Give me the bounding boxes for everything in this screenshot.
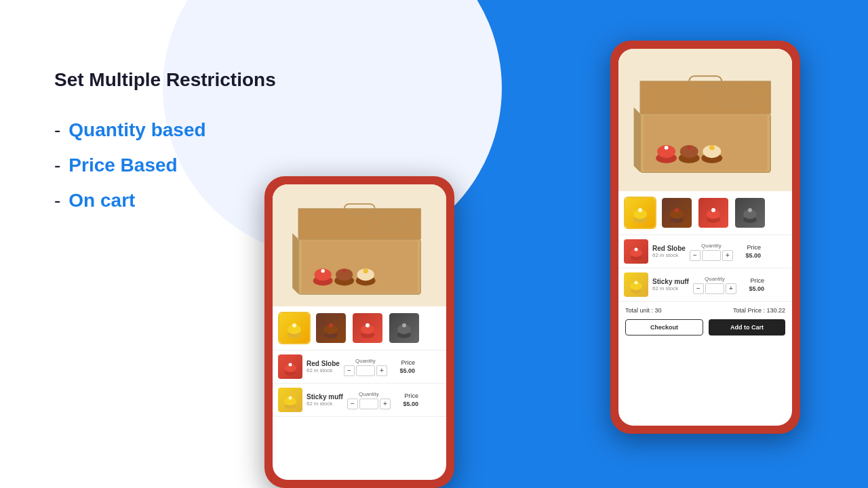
- action-row-large: Checkout Add to Cart: [625, 319, 785, 336]
- product-image-area-large: [618, 49, 792, 191]
- feature-item-cart: - On cart: [54, 190, 276, 211]
- thumb-3-large[interactable]: [697, 197, 730, 229]
- svg-point-95: [635, 281, 638, 285]
- phone-large-inner: Red Slobe 62 in stock Quantity − + Price…: [618, 49, 792, 426]
- product-info-2-large: Sticky muff 62 in stock: [652, 278, 689, 291]
- product-image-area-small: [273, 184, 446, 306]
- svg-point-47: [289, 396, 292, 400]
- product-info-2-small: Sticky muff 62 in stock: [307, 393, 343, 407]
- box-svg-small: [281, 190, 437, 300]
- product-thumb-1-small: [278, 354, 302, 379]
- price-col-1-small: Price $5.00: [391, 359, 415, 374]
- product-stock-1-large: 62 in stock: [652, 252, 686, 258]
- qty-input-2-large[interactable]: [705, 283, 724, 294]
- phone-large: Red Slobe 62 in stock Quantity − + Price…: [610, 41, 800, 434]
- qty-control-2-large: − +: [693, 283, 736, 294]
- product-info-1-small: Red Slobe 62 in stock: [307, 360, 340, 373]
- thumb-1-large[interactable]: [624, 197, 656, 229]
- product-name-1-large: Red Slobe: [652, 245, 686, 252]
- qty-input-1-small[interactable]: [356, 365, 375, 376]
- svg-point-91: [635, 248, 638, 251]
- price-val-1-small: $5.00: [399, 367, 415, 374]
- product-thumb-2-small: [278, 388, 302, 412]
- product-stock-1-small: 62 in stock: [307, 367, 340, 373]
- left-panel: Set Multiple Restrictions - Quantity bas…: [54, 68, 276, 225]
- feature-list: - Quantity based - Price Based - On cart: [54, 119, 276, 211]
- qty-input-2-small[interactable]: [359, 399, 378, 409]
- product-row-1-small: Red Slobe 62 in stock Quantity − + Price…: [273, 350, 446, 384]
- qty-minus-1-small[interactable]: −: [344, 365, 355, 376]
- dash-quantity: -: [54, 119, 60, 141]
- svg-point-39: [402, 323, 406, 327]
- svg-point-71: [709, 144, 715, 150]
- svg-point-63: [665, 145, 669, 149]
- qty-plus-1-large[interactable]: +: [722, 250, 733, 261]
- qty-col-2-small: Quantity − +: [347, 391, 391, 409]
- feature-label-price: Price Based: [68, 155, 177, 176]
- price-col-1-large: Price $5.00: [737, 244, 761, 259]
- price-val-2-large: $5.00: [749, 285, 764, 292]
- qty-control-2-small: − +: [347, 399, 391, 409]
- product-thumb-2-large: [624, 272, 648, 297]
- svg-point-31: [329, 323, 333, 327]
- qty-plus-1-small[interactable]: +: [376, 365, 387, 376]
- svg-point-23: [363, 268, 368, 273]
- qty-col-1-large: Quantity − +: [690, 243, 733, 261]
- phone-small-inner: Red Slobe 62 in stock Quantity − + Price…: [273, 184, 446, 480]
- qty-minus-2-large[interactable]: −: [693, 283, 704, 294]
- price-label-1-large: Price: [737, 244, 761, 251]
- svg-point-35: [366, 323, 370, 327]
- thumb-4-large[interactable]: [734, 197, 766, 229]
- qty-input-1-large[interactable]: [702, 250, 721, 261]
- product-name-2-large: Sticky muff: [652, 278, 689, 285]
- product-thumb-1-large: [624, 239, 648, 264]
- price-col-2-small: Price $5.00: [395, 392, 418, 407]
- phone-small: Red Slobe 62 in stock Quantity − + Price…: [264, 176, 454, 488]
- svg-point-87: [748, 208, 752, 212]
- thumb-2-small[interactable]: [315, 312, 347, 344]
- price-label-1-small: Price: [391, 359, 415, 366]
- qty-col-1-small: Quantity − +: [344, 358, 387, 376]
- product-row-1-large: Red Slobe 62 in stock Quantity − + Price…: [618, 235, 792, 268]
- qty-label-1-large: Quantity: [701, 243, 722, 249]
- thumb-1-small[interactable]: [278, 312, 311, 344]
- dash-cart: -: [54, 190, 60, 211]
- product-row-2-small: Sticky muff 62 in stock Quantity − + Pri…: [273, 384, 446, 417]
- page-title: Set Multiple Restrictions: [54, 68, 276, 92]
- total-unit-label: Total unit : 30: [625, 307, 662, 314]
- checkout-button[interactable]: Checkout: [625, 319, 703, 336]
- feature-item-price: - Price Based: [54, 155, 276, 176]
- qty-minus-1-large[interactable]: −: [690, 250, 701, 261]
- product-stock-2-large: 62 in stock: [652, 285, 689, 291]
- thumbnail-row-small: [273, 306, 446, 350]
- total-price-label: Total Price : 130.22: [733, 307, 785, 314]
- dash-price: -: [54, 155, 60, 176]
- feature-item-quantity: - Quantity based: [54, 119, 276, 141]
- thumb-2-large[interactable]: [660, 197, 693, 229]
- feature-label-quantity: Quantity based: [68, 119, 205, 141]
- qty-col-2-large: Quantity − +: [693, 276, 736, 294]
- qty-label-1-small: Quantity: [355, 358, 376, 364]
- thumb-4-small[interactable]: [388, 312, 420, 344]
- product-name-2-small: Sticky muff: [307, 393, 343, 401]
- svg-point-15: [321, 269, 324, 272]
- price-val-2-small: $5.00: [403, 401, 418, 407]
- box-svg-large: [627, 56, 783, 184]
- qty-minus-2-small[interactable]: −: [347, 399, 358, 409]
- feature-label-cart: On cart: [68, 190, 135, 211]
- phone-footer-large: Total unit : 30 Total Price : 130.22 Che…: [618, 302, 792, 341]
- qty-plus-2-small[interactable]: +: [380, 399, 391, 409]
- price-col-2-large: Price $5.00: [741, 277, 764, 292]
- thumbnail-row-large: [618, 191, 792, 235]
- svg-point-67: [687, 145, 691, 149]
- price-label-2-small: Price: [395, 392, 418, 399]
- add-to-cart-button[interactable]: Add to Cart: [709, 319, 785, 336]
- thumb-3-small[interactable]: [351, 312, 384, 344]
- svg-point-83: [711, 208, 715, 212]
- qty-control-1-large: − +: [690, 250, 733, 261]
- qty-plus-2-large[interactable]: +: [726, 283, 736, 294]
- svg-point-19: [342, 269, 346, 272]
- totals-row-large: Total unit : 30 Total Price : 130.22: [625, 307, 785, 314]
- svg-point-43: [289, 363, 292, 367]
- product-info-1-large: Red Slobe 62 in stock: [652, 245, 686, 258]
